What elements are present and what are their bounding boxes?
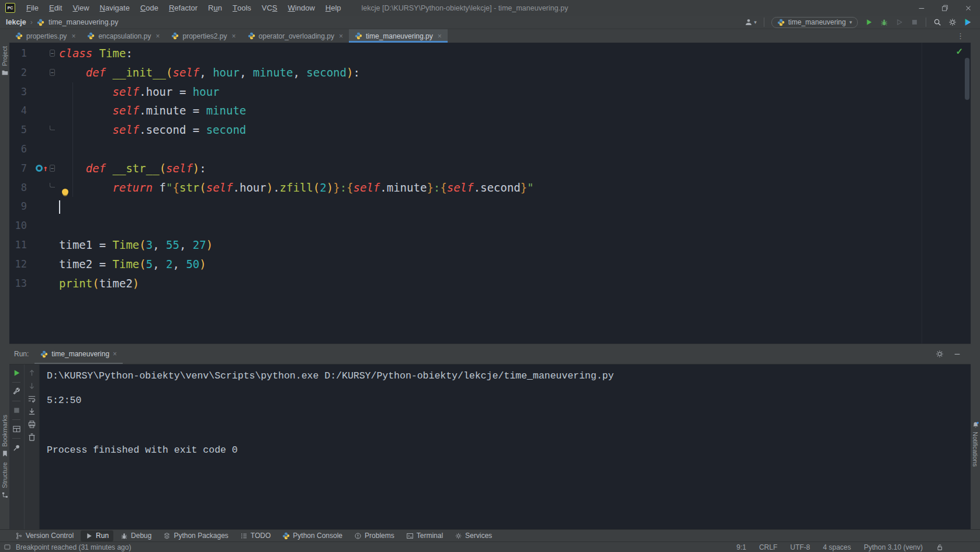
fold-icon[interactable]: − (50, 50, 55, 57)
status-item-python-3-10-venv-[interactable]: Python 3.10 (venv) (864, 543, 923, 551)
search-button[interactable] (933, 18, 941, 26)
line-number[interactable]: 2 (9, 63, 27, 82)
intention-bulb-icon[interactable] (62, 189, 68, 195)
toolwindow-label: Python Console (293, 532, 342, 540)
close-button[interactable] (957, 0, 980, 16)
tab-options-icon[interactable]: ⋮ (957, 32, 971, 40)
menu-bar: FileEditViewNavigateCodeRefactorRunTools… (21, 0, 347, 16)
close-icon[interactable]: × (155, 32, 160, 40)
stripe-project[interactable]: Project (0, 46, 9, 77)
close-icon[interactable]: × (232, 32, 236, 40)
line-number[interactable]: 10 (9, 216, 27, 235)
scroll-end-button[interactable] (27, 407, 36, 416)
line-number[interactable]: 3 (9, 82, 27, 102)
layout-button[interactable] (12, 425, 21, 433)
minimize-button[interactable] (910, 0, 933, 16)
line-number[interactable]: 8 (9, 178, 27, 197)
status-item-utf-8[interactable]: UTF-8 (790, 543, 810, 551)
line-number[interactable]: 1 (9, 44, 27, 63)
close-icon[interactable]: × (71, 32, 75, 40)
print-button[interactable] (27, 420, 36, 429)
stripe-label: Structure (1, 462, 8, 488)
status-item-9-1[interactable]: 9:1 (736, 543, 746, 551)
menu-run[interactable]: Run (203, 0, 227, 16)
toolwindow-run[interactable]: Run (81, 530, 113, 541)
debug-button[interactable] (880, 18, 888, 26)
gutter (27, 235, 59, 255)
line-number[interactable]: 9 (9, 197, 27, 216)
fold-icon[interactable]: − (50, 69, 55, 76)
maximize-button[interactable] (933, 0, 957, 16)
user-menu-button[interactable]: ▾ (744, 18, 757, 26)
settings-button[interactable] (936, 350, 944, 358)
code-editor[interactable]: 1−class Time:2− def __init__(self, hour,… (9, 43, 971, 343)
menu-file[interactable]: File (21, 0, 44, 16)
toolwindow-version-control[interactable]: Version Control (11, 530, 78, 541)
run-console-tab[interactable]: time_maneuvering × (34, 344, 123, 364)
toolwindow-python-packages[interactable]: Python Packages (158, 530, 233, 541)
menu-vcs[interactable]: VCS (257, 0, 283, 16)
editor-tab-properties2-py[interactable]: properties2.py× (165, 29, 241, 43)
down-button[interactable] (27, 381, 36, 390)
line-number[interactable]: 5 (9, 120, 27, 140)
console-output[interactable]: D:\KURSY\Python-obiekty\venv\Scripts\pyt… (40, 364, 971, 529)
stripe-bookmarks[interactable]: Bookmarks (0, 415, 9, 457)
toolwindow-problems[interactable]: Problems (349, 530, 399, 541)
coverage-button[interactable] (895, 18, 903, 26)
line-number[interactable]: 12 (9, 255, 27, 274)
line-number[interactable]: 11 (9, 235, 27, 255)
override-marker-icon[interactable] (36, 165, 43, 172)
close-icon[interactable]: × (438, 32, 442, 40)
toolwindow-terminal[interactable]: Terminal (401, 530, 448, 541)
wrench-button[interactable] (12, 387, 21, 396)
menu-tools[interactable]: Tools (227, 0, 257, 16)
fold-end-icon[interactable] (50, 183, 55, 188)
promo-button[interactable] (964, 18, 972, 26)
clear-button[interactable] (27, 433, 36, 442)
menu-code[interactable]: Code (135, 0, 164, 16)
inspection-ok-icon[interactable]: ✓ (955, 46, 963, 57)
breadcrumb-file[interactable]: time_maneuvering.py (49, 18, 119, 26)
stop-button[interactable] (12, 406, 21, 415)
toolwindow-debug[interactable]: Debug (116, 530, 156, 541)
up-button[interactable] (27, 369, 36, 377)
toolwindow-todo[interactable]: TODO (236, 530, 275, 541)
editor-scrollbar[interactable] (965, 58, 969, 100)
stripe-structure[interactable]: Structure (0, 462, 9, 499)
menu-help[interactable]: Help (320, 0, 347, 16)
menu-navigate[interactable]: Navigate (95, 0, 135, 16)
editor-tab-encapsulation-py[interactable]: encapsulation.py× (81, 29, 165, 43)
fold-end-icon[interactable] (50, 126, 55, 130)
breadcrumb-project[interactable]: lekcje (6, 18, 26, 26)
editor-tab-properties-py[interactable]: properties.py× (9, 29, 81, 43)
status-item-4-spaces[interactable]: 4 spaces (823, 543, 851, 551)
line-number[interactable]: 7 (9, 159, 27, 178)
stop-button[interactable] (910, 18, 919, 26)
pin-button[interactable] (12, 443, 21, 452)
stripe-notifications[interactable]: Notifications (971, 421, 980, 467)
fold-icon[interactable]: − (50, 165, 55, 172)
close-icon[interactable]: × (339, 32, 343, 40)
run-button[interactable] (865, 18, 873, 26)
status-item-crlf[interactable]: CRLF (759, 543, 777, 551)
close-icon[interactable]: × (113, 350, 117, 358)
line-number[interactable]: 6 (9, 140, 27, 159)
editor-tab-operator_overloading-py[interactable]: operator_overloading.py× (242, 29, 349, 43)
menu-refactor[interactable]: Refactor (164, 0, 203, 16)
settings-button[interactable] (948, 18, 957, 26)
rerun-button[interactable] (12, 369, 21, 377)
line-number[interactable]: 13 (9, 274, 27, 293)
lock-button[interactable] (936, 543, 944, 551)
toolwindow-python-console[interactable]: Python Console (278, 530, 347, 541)
menu-edit[interactable]: Edit (44, 0, 67, 16)
console-line: D:\KURSY\Python-obiekty\venv\Scripts\pyt… (47, 370, 971, 382)
line-number[interactable]: 4 (9, 101, 27, 120)
minimize-button[interactable] (953, 350, 961, 358)
menu-view[interactable]: View (67, 0, 94, 16)
editor-tab-time_maneuvering-py[interactable]: time_maneuvering.py× (349, 29, 448, 43)
menu-window[interactable]: Window (283, 0, 320, 16)
toolwindow-services[interactable]: Services (450, 530, 497, 541)
breadcrumb: lekcje › time_maneuvering.py (0, 18, 118, 26)
run-configuration-select[interactable]: time_maneuvering▾ (771, 17, 858, 28)
soft-wrap-button[interactable] (27, 394, 36, 403)
